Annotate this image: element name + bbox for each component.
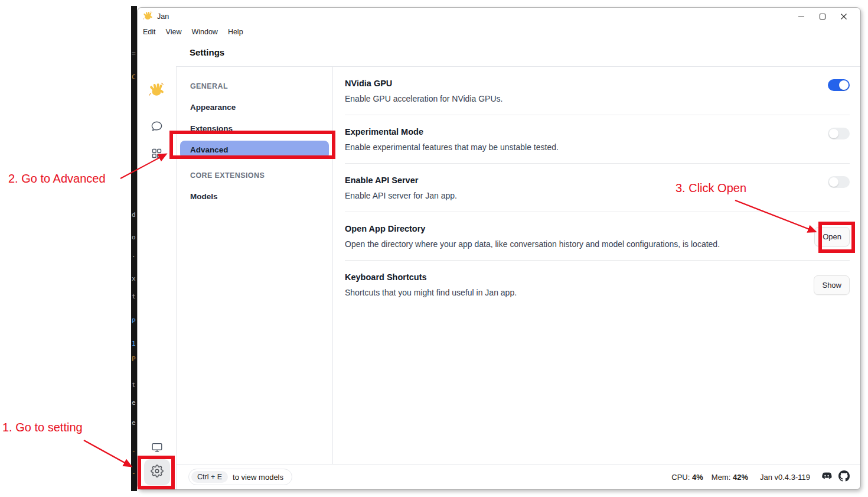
gear-icon (151, 464, 164, 480)
terminal-text-fragment: P (132, 356, 136, 362)
terminal-text-fragment: x (132, 275, 136, 282)
nav-item-extensions[interactable]: Extensions (180, 119, 329, 138)
close-icon[interactable] (833, 9, 854, 24)
sidebar-item-home[interactable] (144, 80, 170, 101)
github-icon[interactable] (838, 470, 850, 484)
app-body: Settings GENERAL Appearance Extensions A… (138, 38, 860, 489)
terminal-text-fragment: d (132, 212, 136, 218)
nav-item-appearance[interactable]: Appearance (180, 98, 329, 116)
nav-spacer (180, 162, 329, 169)
terminal-text-fragment: t (132, 382, 136, 388)
nav-item-advanced[interactable]: Advanced (180, 141, 329, 159)
status-links (821, 470, 850, 484)
setting-row-api-server: Enable API Server Enable API server for … (345, 164, 850, 212)
terminal-text-fragment: e (132, 399, 136, 406)
open-app-directory-button[interactable]: Open (814, 227, 850, 246)
menu-bar: Edit View Window Help (138, 25, 860, 38)
annotation-step-2: 2. Go to Advanced (8, 172, 106, 186)
page-background: =Cdo.xtP1Ptee-- (0, 0, 868, 497)
sidebar-item-settings[interactable] (144, 459, 170, 485)
setting-row-nvidia-gpu: NVidia GPU Enable GPU acceleration for N… (345, 67, 850, 115)
icon-sidebar (138, 38, 176, 489)
setting-control: Show (814, 275, 850, 295)
cpu-usage: CPU: 4% (671, 473, 703, 482)
api-server-toggle[interactable] (828, 176, 850, 188)
icon-sidebar-bottom (144, 441, 170, 485)
menu-edit[interactable]: Edit (143, 28, 156, 36)
setting-description: Enable experimental features that may be… (345, 142, 559, 152)
sidebar-item-hub[interactable] (144, 144, 170, 165)
system-status: CPU: 4% Mem: 42% Jan v0.4.3-119 (671, 470, 850, 484)
setting-text: Experimental Mode Enable experimental fe… (345, 127, 559, 152)
app-version: Jan v0.4.3-119 (760, 473, 810, 482)
nvidia-gpu-toggle[interactable] (828, 79, 850, 91)
settings-content: GENERAL Appearance Extensions Advanced C… (176, 67, 860, 464)
settings-header: Settings (176, 38, 860, 67)
terminal-text-fragment: 1 (132, 340, 136, 347)
menu-view[interactable]: View (166, 28, 182, 36)
shortcut-key-badge: Ctrl + E (191, 471, 228, 483)
minimize-icon[interactable] (791, 9, 812, 24)
shortcut-hint-text: to view models (233, 473, 283, 482)
terminal-text-fragment: = (132, 50, 136, 57)
annotation-step-3: 3. Click Open (676, 181, 746, 195)
nav-item-models[interactable]: Models (180, 187, 329, 206)
settings-panel: NVidia GPU Enable GPU acceleration for N… (333, 67, 860, 464)
terminal-text-fragment: - (132, 447, 136, 454)
show-shortcuts-button[interactable]: Show (814, 275, 850, 295)
maximize-icon[interactable] (812, 9, 833, 24)
apps-grid-icon (151, 147, 163, 162)
window-controls (791, 9, 854, 24)
setting-control (828, 128, 850, 139)
nav-section-core-extensions: CORE EXTENSIONS (180, 171, 329, 180)
terminal-text-fragment: t (132, 293, 136, 300)
terminal-text-fragment: C (132, 74, 136, 80)
setting-row-keyboard-shortcuts: Keyboard Shortcuts Shortcuts that you mi… (345, 261, 850, 308)
setting-title: Experimental Mode (345, 127, 559, 137)
terminal-text-fragment: - (132, 470, 136, 476)
wave-hand-icon (149, 82, 165, 100)
setting-title: Enable API Server (345, 176, 457, 185)
setting-description: Shortcuts that you might find useful in … (345, 288, 517, 297)
page-title: Settings (190, 47, 224, 57)
setting-control: Open (814, 227, 850, 246)
sidebar-item-system-monitor[interactable] (144, 441, 170, 456)
arrow-to-settings-gear (84, 440, 131, 466)
discord-icon[interactable] (821, 470, 833, 484)
terminal-text-fragment: e (132, 420, 136, 426)
setting-title: Keyboard Shortcuts (345, 272, 517, 282)
nav-section-general: GENERAL (180, 82, 329, 90)
setting-control (828, 176, 850, 188)
toggle-knob (829, 177, 838, 187)
menu-help[interactable]: Help (228, 28, 243, 36)
setting-row-experimental-mode: Experimental Mode Enable experimental fe… (345, 115, 850, 164)
experimental-mode-toggle[interactable] (828, 128, 850, 139)
menu-window[interactable]: Window (191, 28, 217, 36)
terminal-text-fragment: . (132, 252, 136, 258)
setting-description: Enable API server for Jan app. (345, 191, 457, 200)
terminal-text-fragment: P (132, 318, 136, 324)
toggle-knob (839, 80, 849, 90)
jan-app-window: Jan Edit View Window Help (137, 7, 861, 490)
title-bar: Jan (138, 8, 860, 25)
background-terminal-window: =Cdo.xtP1Ptee-- (131, 6, 137, 491)
setting-text: Open App Directory Open the directory wh… (345, 224, 720, 249)
setting-title: NVidia GPU (345, 79, 502, 88)
sidebar-item-chat[interactable] (144, 116, 170, 138)
terminal-text-fragment: o (132, 234, 136, 241)
window-title: Jan (157, 12, 169, 21)
settings-nav: GENERAL Appearance Extensions Advanced C… (177, 67, 333, 464)
setting-text: NVidia GPU Enable GPU acceleration for N… (345, 79, 502, 103)
setting-text: Keyboard Shortcuts Shortcuts that you mi… (345, 272, 517, 297)
memory-usage: Mem: 42% (712, 473, 748, 482)
shortcut-hint-pill[interactable]: Ctrl + E to view models (188, 469, 292, 485)
toggle-knob (829, 129, 838, 138)
setting-description: Enable GPU acceleration for NVidia GPUs. (345, 94, 502, 103)
setting-description: Open the directory where your app data, … (345, 239, 720, 249)
setting-text: Enable API Server Enable API server for … (345, 176, 457, 200)
status-bar: Ctrl + E to view models CPU: 4% Mem: 42%… (176, 464, 860, 489)
chat-bubble-icon (150, 119, 164, 135)
settings-area: Settings GENERAL Appearance Extensions A… (176, 38, 860, 489)
title-bar-left: Jan (143, 11, 169, 23)
annotation-step-1: 1. Go to setting (2, 421, 83, 434)
